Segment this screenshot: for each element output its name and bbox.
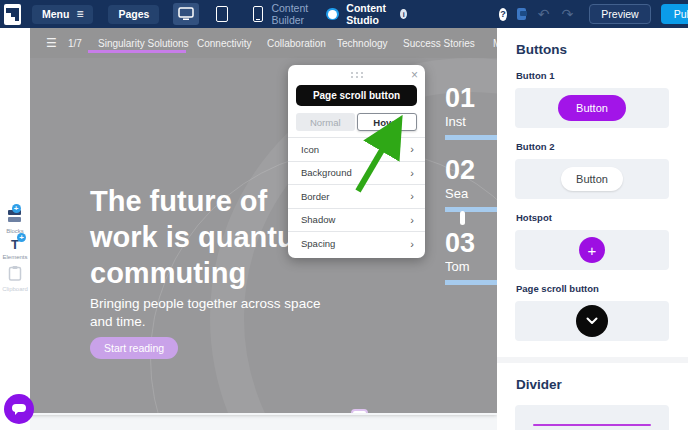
pages-button[interactable]: Pages	[108, 5, 159, 24]
headline-line: commuting	[90, 255, 410, 291]
hotspot-label: Hotspot	[516, 212, 688, 223]
mobile-icon	[253, 6, 263, 22]
button1-preview-panel: Button	[515, 88, 669, 128]
divider-preview-panel	[515, 405, 669, 430]
rail-item-label: Clipboard	[0, 286, 30, 292]
hotspot-sample-button[interactable]: +	[579, 237, 605, 263]
info-icon[interactable]: i	[400, 9, 407, 19]
sidebar-item-blocks[interactable]: + Blocks	[0, 208, 30, 234]
sidebar-item-elements[interactable]: T+ Elements	[0, 235, 30, 260]
chevron-down-icon	[586, 317, 598, 325]
button2-preview-panel: Button	[515, 159, 669, 199]
settings-row-spacing[interactable]: Spacing ›	[288, 232, 425, 256]
desktop-view-button[interactable]	[173, 3, 199, 25]
sidebar-item-clipboard[interactable]: Clipboard	[0, 265, 30, 292]
tablet-view-button[interactable]	[209, 3, 235, 25]
pages-button-label: Pages	[118, 8, 149, 20]
hero-section: ☰ 1/7 Singularity Solutions Connectivity…	[30, 28, 497, 413]
elements-add-badge: +	[17, 233, 26, 242]
button1-label: Button 1	[516, 70, 688, 81]
chevron-right-icon: ›	[410, 238, 414, 250]
desktop-icon	[178, 7, 194, 21]
page-scroll-button-label: Page scroll button	[516, 283, 688, 294]
tab-hover[interactable]: Hover	[357, 113, 418, 131]
chevron-right-icon: ›	[410, 190, 414, 202]
buttons-section-heading: Buttons	[516, 42, 688, 57]
divider-section-heading: Divider	[516, 377, 688, 392]
right-sidebar: Buttons Button 1 Button Button 2 Button …	[497, 28, 688, 430]
publish-button[interactable]: Publish	[661, 4, 688, 24]
feature-bar	[445, 135, 497, 140]
chevron-right-icon: ›	[410, 167, 414, 179]
content-studio-label: Content Studio	[346, 2, 395, 26]
mobile-view-button[interactable]	[245, 3, 271, 25]
site-nav-bar: ☰ 1/7 Singularity Solutions Connectivity…	[30, 28, 497, 58]
notifications-icon[interactable]	[517, 8, 525, 20]
toggle-knob	[328, 10, 337, 19]
logo-icon	[4, 6, 21, 23]
preview-button[interactable]: Preview	[589, 4, 650, 24]
menu-hamburger-icon: ≡	[76, 7, 83, 21]
left-rail: + Blocks T+ Elements Clipboard	[0, 28, 30, 430]
content-builder-label: Content Builder	[271, 2, 318, 26]
panel-header: ×	[288, 65, 425, 83]
settings-row-icon[interactable]: Icon ›	[288, 138, 425, 162]
chat-bubble-icon	[11, 402, 27, 416]
button1-sample[interactable]: Button	[558, 95, 626, 121]
menu-button[interactable]: Menu ≡	[32, 5, 93, 24]
undo-icon[interactable]: ↶	[538, 7, 550, 21]
tablet-icon	[216, 6, 228, 22]
settings-row-shadow[interactable]: Shadow ›	[288, 209, 425, 233]
hotspot-preview-panel: +	[515, 230, 669, 270]
feature-label: Sea	[445, 186, 497, 201]
tab-normal[interactable]: Normal	[296, 113, 355, 131]
top-toolbar: Menu ≡ Pages Content Builder Content Stu…	[0, 0, 688, 28]
feature-item-02: 02 Sea	[445, 156, 497, 212]
button2-label: Button 2	[516, 141, 688, 152]
divider-sample[interactable]	[533, 424, 651, 426]
settings-row-border[interactable]: Border ›	[288, 185, 425, 209]
nav-item-collaboration[interactable]: Collaboration	[267, 38, 326, 49]
settings-list: Icon › Background › Border › Shadow › Sp…	[288, 137, 425, 256]
nav-item-technology[interactable]: Technology	[337, 38, 388, 49]
page-scroll-sample-button[interactable]	[576, 305, 608, 337]
feature-label: Inst	[445, 114, 497, 129]
chevron-right-icon: ›	[410, 143, 414, 155]
rail-item-label: Blocks	[0, 228, 30, 234]
drag-handle-icon[interactable]	[350, 71, 364, 79]
page-scroll-button-element[interactable]	[351, 409, 368, 413]
nav-item-singularity-solutions[interactable]: Singularity Solutions	[98, 38, 189, 49]
redo-icon[interactable]: ↷	[562, 7, 574, 21]
close-icon[interactable]: ×	[411, 68, 418, 82]
hero-subtext: Bringing people together across space an…	[90, 295, 342, 331]
feature-bar	[445, 280, 497, 285]
feature-bar	[445, 207, 497, 212]
state-tabs: Normal Hover	[296, 113, 417, 131]
rail-item-label: Elements	[0, 254, 30, 260]
section-separator	[497, 357, 688, 363]
settings-row-background[interactable]: Background ›	[288, 162, 425, 186]
site-canvas: ☰ 1/7 Singularity Solutions Connectivity…	[30, 28, 497, 415]
app-logo[interactable]	[4, 4, 21, 25]
help-icon[interactable]: ?	[499, 8, 507, 21]
button2-sample[interactable]: Button	[561, 167, 623, 191]
chat-widget-button[interactable]	[4, 394, 34, 424]
feature-number: 03	[445, 229, 497, 257]
feature-item-03: 03 Tom	[445, 229, 497, 285]
start-reading-button[interactable]: Start reading	[90, 337, 178, 359]
nav-item-success-stories[interactable]: Success Stories	[403, 38, 475, 49]
device-switcher	[173, 3, 271, 25]
panel-title: Page scroll button	[296, 85, 417, 106]
page-scroll-button-settings-panel: × Page scroll button Normal Hover Icon ›…	[288, 65, 425, 258]
feature-number: 01	[445, 84, 497, 112]
content-mode-toggle[interactable]	[326, 8, 340, 20]
plus-icon: +	[588, 242, 597, 259]
nav-item-connectivity[interactable]: Connectivity	[197, 38, 251, 49]
feature-label: Tom	[445, 259, 497, 274]
site-menu-icon[interactable]: ☰	[46, 36, 57, 50]
scroll-indicator	[460, 211, 465, 225]
feature-item-01: 01 Inst	[445, 84, 497, 140]
menu-button-label: Menu	[42, 8, 69, 20]
blocks-add-badge: +	[12, 204, 21, 213]
page-indicator: 1/7	[68, 38, 82, 49]
